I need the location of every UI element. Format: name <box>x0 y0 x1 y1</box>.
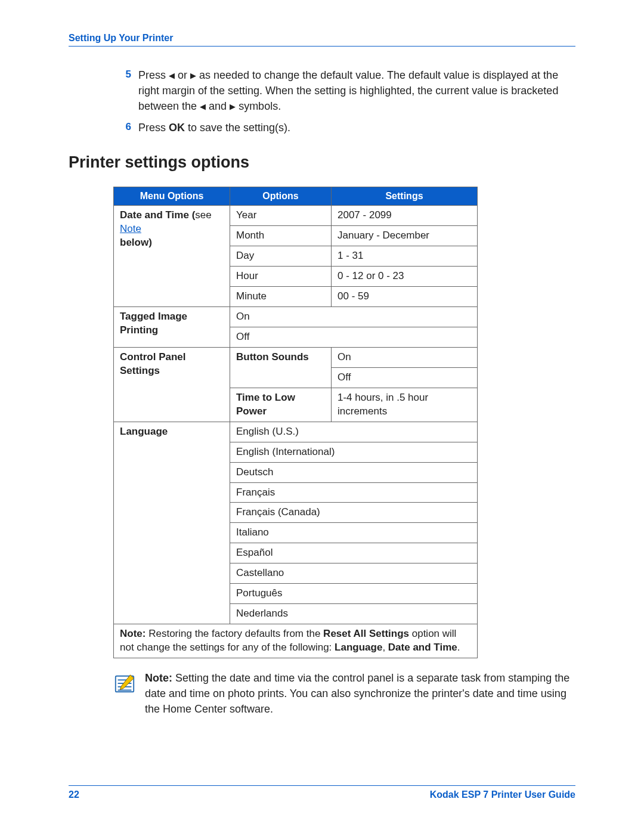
table-row: Tagged Image Printing On <box>114 307 478 327</box>
table-row: Control Panel Settings Button Sounds On <box>114 347 478 367</box>
table-row: Date and Time (see Notebelow) Year 2007 … <box>114 206 478 226</box>
step-6-text: Press OK to save the setting(s). <box>138 120 575 135</box>
right-arrow-icon: ▶ <box>230 101 236 113</box>
th-menu-options: Menu Options <box>114 187 230 206</box>
table-row: Language English (U.S.) <box>114 422 478 442</box>
opt-year: Year <box>230 206 332 226</box>
step-number: 5 <box>113 67 138 114</box>
opt-button-sounds: Button Sounds <box>230 347 332 388</box>
step-number: 6 <box>113 120 138 135</box>
menu-language: Language <box>114 422 230 624</box>
set-time-low-power: 1-4 hours, in .5 hour increments <box>332 388 478 422</box>
opt-time-low-power: Time to Low Power <box>230 388 332 422</box>
header-section-title: Setting Up Your Printer <box>69 33 575 45</box>
step-5: 5 Press ◀ or ▶ as needed to change the d… <box>113 67 575 114</box>
note-icon <box>113 673 136 695</box>
right-arrow-icon: ▶ <box>190 70 196 82</box>
header-rule <box>69 46 575 47</box>
th-options: Options <box>230 187 332 206</box>
table-note-row: Note: Restoring the factory defaults fro… <box>114 624 478 658</box>
set-year: 2007 - 2099 <box>332 206 478 226</box>
th-settings: Settings <box>332 187 478 206</box>
step-6: 6 Press OK to save the setting(s). <box>113 120 575 135</box>
step-5-text: Press ◀ or ▶ as needed to change the def… <box>138 67 575 114</box>
menu-control-panel: Control Panel Settings <box>114 347 230 422</box>
settings-table: Menu Options Options Settings Date and T… <box>113 187 478 658</box>
menu-date-and-time: Date and Time (see Notebelow) <box>114 206 230 307</box>
left-arrow-icon: ◀ <box>200 101 206 113</box>
left-arrow-icon: ◀ <box>169 70 175 82</box>
menu-tagged-image: Tagged Image Printing <box>114 307 230 348</box>
note-text: Note: Setting the date and time via the … <box>145 670 575 717</box>
section-title: Printer settings options <box>69 153 575 172</box>
page-number: 22 <box>69 789 79 800</box>
table-header-row: Menu Options Options Settings <box>114 187 478 206</box>
page-footer: 22 Kodak ESP 7 Printer User Guide <box>69 785 575 800</box>
note-block: Note: Setting the date and time via the … <box>113 670 575 717</box>
note-link[interactable]: Note <box>120 223 141 234</box>
guide-title: Kodak ESP 7 Printer User Guide <box>430 789 575 800</box>
